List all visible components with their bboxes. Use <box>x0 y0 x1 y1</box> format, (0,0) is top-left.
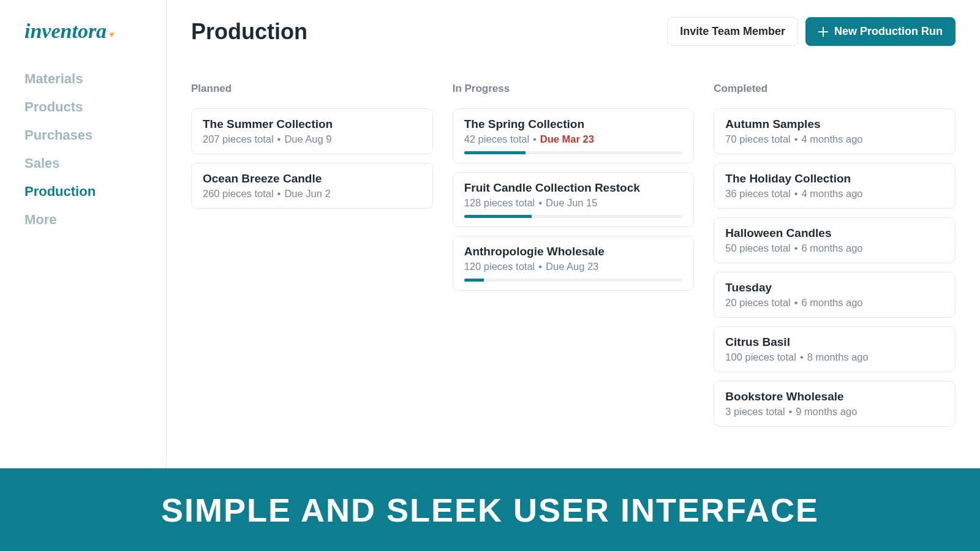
progress-bar <box>464 215 683 218</box>
column-in-progress: In Progress The Spring Collection 42 pie… <box>453 83 695 435</box>
new-run-label: New Production Run <box>834 25 943 38</box>
card-title: Fruit Candle Collection Restock <box>464 181 683 195</box>
heart-icon: ♥ <box>109 30 114 40</box>
sidebar-item-sales[interactable]: Sales <box>24 153 141 174</box>
card-meta: 70 pieces total • 4 months ago <box>725 133 944 145</box>
card-meta: 20 pieces total • 6 months ago <box>725 297 944 309</box>
sidebar-item-production[interactable]: Production <box>24 181 141 202</box>
kanban-columns: Planned The Summer Collection 207 pieces… <box>191 83 956 435</box>
card-meta: 120 pieces total • Due Aug 23 <box>464 261 683 272</box>
production-card[interactable]: The Summer Collection 207 pieces total •… <box>191 108 433 154</box>
column-header-in-progress: In Progress <box>453 83 695 95</box>
due-overdue: Due Mar 23 <box>540 133 594 145</box>
production-card[interactable]: Citrus Basil 100 pieces total • 8 months… <box>714 326 956 372</box>
progress-bar <box>464 279 683 282</box>
progress-fill <box>464 279 484 282</box>
page-title: Production <box>191 19 307 45</box>
card-title: The Holiday Collection <box>725 172 944 186</box>
card-meta: 260 pieces total • Due Jun 2 <box>203 188 421 200</box>
card-title: The Spring Collection <box>464 118 683 131</box>
progress-bar <box>464 151 683 154</box>
sidebar-item-products[interactable]: Products <box>24 97 141 118</box>
production-card[interactable]: Anthropologie Wholesale 120 pieces total… <box>453 236 695 291</box>
column-completed: Completed Autumn Samples 70 pieces total… <box>714 83 956 435</box>
marketing-banner: SIMPLE AND SLEEK USER INTERFACE <box>0 468 980 551</box>
sidebar-item-materials[interactable]: Materials <box>24 69 141 89</box>
production-card[interactable]: Ocean Breeze Candle 260 pieces total • D… <box>191 163 433 209</box>
new-production-run-button[interactable]: New Production Run <box>805 17 956 46</box>
column-header-planned: Planned <box>191 83 433 95</box>
card-title: The Summer Collection <box>203 118 421 131</box>
primary-nav: Materials Products Purchases Sales Produ… <box>24 69 141 230</box>
card-title: Citrus Basil <box>725 335 944 349</box>
banner-text: SIMPLE AND SLEEK USER INTERFACE <box>161 491 819 529</box>
card-meta: 207 pieces total • Due Aug 9 <box>203 133 421 145</box>
card-meta: 36 pieces total • 4 months ago <box>725 188 944 200</box>
progress-fill <box>464 151 526 154</box>
production-card[interactable]: Halloween Candles 50 pieces total • 6 mo… <box>714 217 956 263</box>
sidebar-item-more[interactable]: More <box>24 209 141 230</box>
brand-logo: inventora ♥ <box>24 20 141 43</box>
card-title: Halloween Candles <box>725 227 944 240</box>
card-meta: 50 pieces total • 6 months ago <box>725 242 944 254</box>
production-card[interactable]: Autumn Samples 70 pieces total • 4 month… <box>714 108 956 154</box>
card-meta: 100 pieces total • 8 months ago <box>725 351 944 363</box>
column-header-completed: Completed <box>714 83 956 95</box>
production-card[interactable]: The Spring Collection 42 pieces total • … <box>453 108 695 163</box>
production-card[interactable]: Tuesday 20 pieces total • 6 months ago <box>714 272 956 318</box>
page-header: Production Invite Team Member New Produc… <box>191 17 956 46</box>
card-title: Ocean Breeze Candle <box>203 172 421 186</box>
card-meta: 128 pieces total • Due Jun 15 <box>464 197 683 209</box>
card-title: Tuesday <box>725 281 944 294</box>
production-card[interactable]: Bookstore Wholesale 3 pieces total • 9 m… <box>714 381 956 427</box>
column-planned: Planned The Summer Collection 207 pieces… <box>191 83 433 435</box>
card-meta: 42 pieces total • Due Mar 23 <box>464 133 683 145</box>
production-card[interactable]: Fruit Candle Collection Restock 128 piec… <box>453 172 695 227</box>
brand-name: inventora <box>24 20 107 43</box>
plus-icon <box>818 27 828 37</box>
sidebar-item-purchases[interactable]: Purchases <box>24 125 141 146</box>
header-actions: Invite Team Member New Production Run <box>667 17 956 46</box>
card-meta: 3 pieces total • 9 months ago <box>725 406 944 418</box>
card-title: Anthropologie Wholesale <box>464 245 683 258</box>
production-card[interactable]: The Holiday Collection 36 pieces total •… <box>714 163 956 209</box>
progress-fill <box>464 215 532 218</box>
card-title: Bookstore Wholesale <box>725 390 944 403</box>
invite-team-member-button[interactable]: Invite Team Member <box>667 17 798 46</box>
card-title: Autumn Samples <box>725 118 944 131</box>
